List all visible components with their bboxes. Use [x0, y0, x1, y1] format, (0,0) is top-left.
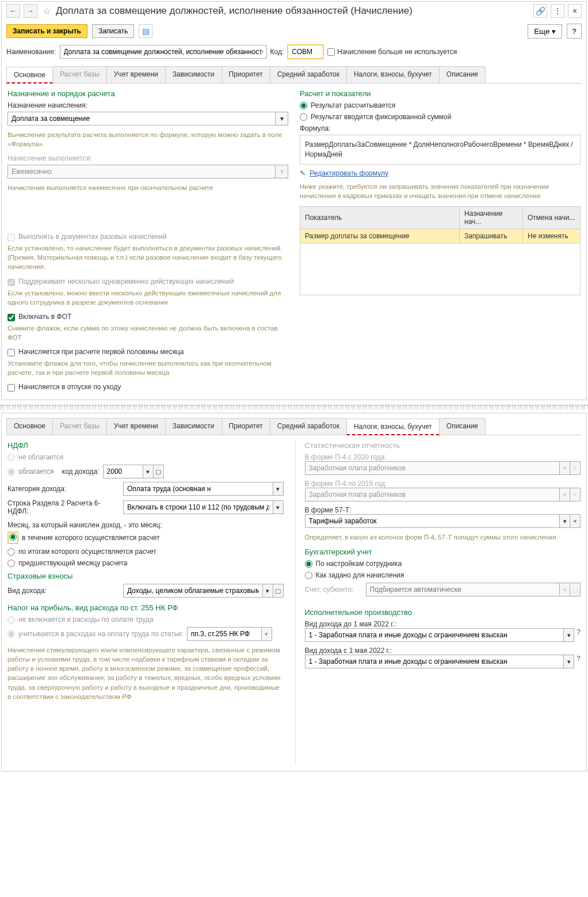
exec-before[interactable] [305, 628, 564, 642]
not-used-checkbox[interactable]: Начисление больше не используется [327, 48, 457, 56]
radio-m2[interactable] [7, 548, 15, 556]
tab-tax[interactable]: Налоги, взносы, бухучет [346, 66, 440, 83]
th-assign[interactable]: Назначение нач... [460, 206, 523, 229]
more-button[interactable]: Еще ▾ [528, 24, 562, 39]
cb-leave[interactable] [7, 384, 15, 392]
e1-dd[interactable]: ▾ [564, 628, 574, 642]
tab-avg[interactable]: Средний заработок [270, 66, 347, 83]
assign-label: Назначение начисления: [7, 101, 288, 109]
code-dd[interactable]: ▾ [143, 465, 154, 478]
radio-m3[interactable] [7, 560, 15, 567]
pencil-icon: ✎ [300, 169, 306, 177]
tab2-tax[interactable]: Налоги, взносы, бухучет [346, 419, 440, 435]
th-indicator[interactable]: Показатель [300, 206, 460, 229]
favorite-star-icon[interactable]: ☆ [41, 5, 52, 17]
table-row[interactable]: Размер доплаты за совмещение Запрашивать… [300, 229, 581, 243]
tab2-time[interactable]: Учет времени [106, 418, 166, 435]
ins-select[interactable] [123, 584, 263, 598]
tab2-base[interactable]: Расчет базы [52, 418, 107, 435]
tab-base[interactable]: Расчет базы [52, 66, 107, 83]
tab-desc[interactable]: Описание [439, 66, 486, 83]
section-ins: Страховые взносы [7, 572, 284, 580]
help-exec: Начисление выполняется ежемесячно при ок… [7, 183, 288, 192]
help-button[interactable]: ? [567, 24, 582, 39]
save-button[interactable]: Записать [92, 24, 134, 38]
radio-no-tax [7, 454, 15, 461]
tabs-main: Основное Расчет базы Учет времени Зависи… [6, 66, 582, 83]
exec-dropdown-btn: ▾ [276, 165, 288, 178]
radio-tax [7, 468, 15, 476]
code-open[interactable]: ▢ [154, 465, 164, 478]
tab2-prio[interactable]: Приоритет [222, 418, 270, 435]
radio-acc1[interactable] [305, 560, 312, 568]
cat-select[interactable] [123, 482, 273, 496]
assign-dropdown-btn[interactable]: ▾ [276, 112, 288, 126]
f57-select[interactable] [305, 514, 560, 528]
formula-box: РазмерДоплатыЗаСовмещение * ДоляНеполног… [300, 135, 581, 165]
report-button[interactable]: ▤ [139, 24, 152, 38]
nav-back-button[interactable]: ← [6, 4, 20, 18]
e2-help[interactable]: ? [576, 655, 581, 668]
page-title: Доплата за совмещение должностей, исполн… [56, 5, 530, 17]
tab-prio[interactable]: Приоритет [222, 66, 270, 83]
f57-dd[interactable]: ▾ [560, 514, 570, 528]
section-calc: Расчет и показатели [300, 89, 581, 98]
name-input[interactable] [60, 45, 267, 59]
acc-input [366, 583, 560, 596]
tab2-desc[interactable]: Описание [439, 418, 486, 435]
section-profit: Налог на прибыль, вид расхода по ст. 255… [7, 603, 284, 612]
save-close-button[interactable]: Записать и закрыть [6, 24, 87, 38]
row6-select[interactable] [123, 500, 273, 514]
name-label: Наименование: [6, 48, 56, 56]
radio-calc-auto[interactable] [300, 102, 307, 109]
income-code[interactable] [103, 465, 143, 478]
e2-dd[interactable]: ▾ [564, 655, 574, 668]
tab-dep[interactable]: Зависимости [165, 66, 222, 83]
tab-time[interactable]: Учет времени [106, 66, 166, 83]
e1-help[interactable]: ? [576, 628, 581, 642]
formula-label: Формула: [300, 124, 581, 132]
menu-icon[interactable]: ⋮ [551, 4, 564, 18]
chevron-down-icon: ▾ [552, 27, 556, 36]
section-exec: Исполнительное производство [305, 608, 581, 617]
help-formula: Вычисление результата расчета выполняетс… [7, 130, 288, 149]
link-icon[interactable]: 🔗 [533, 4, 547, 18]
section-ndfl: НДФЛ [7, 441, 284, 450]
code-input[interactable] [288, 45, 323, 58]
exec-after[interactable] [305, 655, 564, 668]
f57-clear[interactable]: × [570, 514, 581, 528]
th-cancel[interactable]: Отмена начи... [523, 206, 581, 229]
tab2-dep[interactable]: Зависимости [165, 418, 222, 435]
row6-dd[interactable]: ▾ [273, 500, 284, 514]
tx-article[interactable] [187, 627, 262, 641]
tab2-main[interactable]: Основное [6, 418, 53, 435]
ins-dd[interactable]: ▾ [263, 584, 273, 598]
exec-label: Начисление выполняется: [7, 154, 288, 162]
radio-calc-fixed[interactable] [300, 113, 307, 121]
cb-once [7, 234, 15, 241]
radio-acc2[interactable] [305, 572, 312, 579]
radio-m1[interactable] [9, 533, 17, 541]
cb-multi [7, 279, 15, 286]
radio-tx1 [7, 616, 15, 624]
indicators-table: Показатель Назначение нач... Отмена начи… [300, 206, 581, 295]
tab2-avg[interactable]: Средний заработок [270, 418, 347, 435]
cat-dd[interactable]: ▾ [273, 482, 284, 496]
section-stat: Статистическая отчетность [305, 441, 581, 450]
section-acc: Бухгалтерский учет [305, 548, 581, 556]
edit-formula-link[interactable]: Редактировать формулу [310, 169, 388, 177]
section-assign: Назначение и порядок расчета [7, 89, 288, 98]
assign-select[interactable] [7, 112, 276, 126]
p4-2020 [305, 461, 560, 475]
p4-2019 [305, 488, 560, 501]
ins-open[interactable]: ▢ [273, 584, 284, 598]
close-icon[interactable]: × [568, 4, 582, 18]
tabs-secondary: Основное Расчет базы Учет времени Зависи… [6, 418, 582, 435]
cb-fot[interactable] [7, 314, 15, 321]
cb-half[interactable] [7, 349, 15, 356]
radio-tx2 [7, 630, 15, 638]
exec-select [7, 165, 276, 178]
tab-main[interactable]: Основное [6, 67, 53, 83]
tx-dd[interactable]: ▾ [262, 627, 272, 641]
nav-forward-button[interactable]: → [24, 4, 37, 18]
